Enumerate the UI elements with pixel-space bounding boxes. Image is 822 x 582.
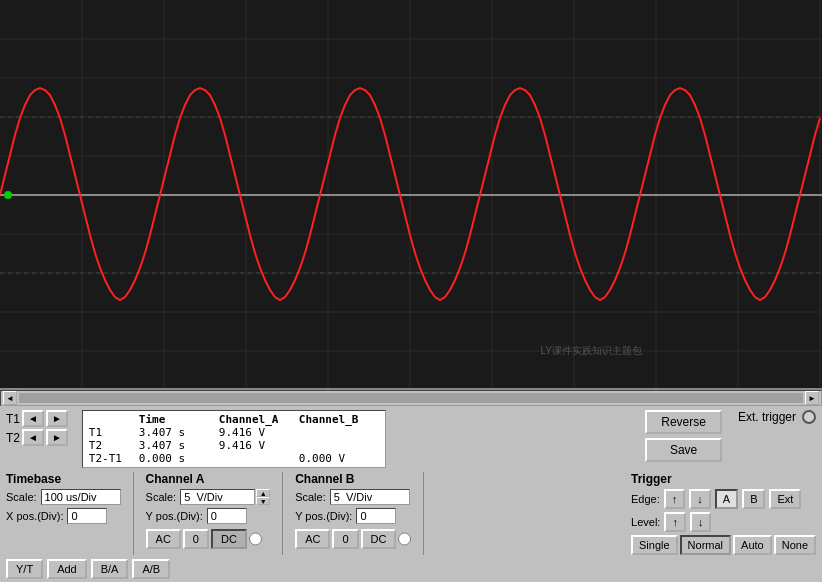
channel-b-dc-btn[interactable]: DC [361, 529, 397, 549]
channel-a-ac-btn[interactable]: AC [146, 529, 181, 549]
meas-t2t1-chb: 0.000 V [299, 452, 379, 465]
trigger-label: Trigger [631, 472, 816, 486]
divider-2 [282, 472, 283, 555]
trigger-group: Trigger Edge: ↑ ↓ A B Ext Level: ↑ ↓ Sin… [631, 472, 816, 555]
trigger-auto-btn[interactable]: Auto [733, 535, 772, 555]
ext-trigger-area: Ext. trigger [738, 410, 816, 424]
t2-label: T2 [6, 431, 20, 445]
meas-t2t1-cha [219, 452, 299, 465]
meas-col-chb: Channel_B [299, 413, 379, 426]
channel-a-group: Channel A Scale: ▲ ▼ Y pos.(Div): AC 0 [146, 472, 271, 549]
channel-a-zero-btn[interactable]: 0 [183, 529, 209, 549]
save-button[interactable]: Save [645, 438, 722, 462]
channel-b-ypos-label: Y pos.(Div): [295, 510, 352, 522]
channel-a-ypos-label: Y pos.(Div): [146, 510, 203, 522]
timebase-xpos-input[interactable] [67, 508, 107, 524]
mode-yt-btn[interactable]: Y/T [6, 559, 43, 579]
channel-a-scale-row: Scale: ▲ ▼ [146, 489, 271, 505]
meas-t2-cha: 9.416 V [219, 439, 299, 452]
trigger-normal-btn[interactable]: Normal [680, 535, 731, 555]
channel-b-label: Channel B [295, 472, 411, 486]
trigger-edge-row: Edge: ↑ ↓ A B Ext [631, 489, 816, 509]
meas-t2-label: T2 [89, 439, 139, 452]
channel-b-ypos-input[interactable] [356, 508, 396, 524]
meas-col-cha: Channel_A [219, 413, 299, 426]
oscilloscope-display: LY课件实践知识主题包 [0, 0, 822, 390]
channel-a-scale-input[interactable] [180, 489, 255, 505]
timebase-xpos-row: X pos.(Div): [6, 508, 121, 524]
scroll-right-btn[interactable]: ► [805, 391, 819, 405]
mode-ab-btn[interactable]: A/B [132, 559, 170, 579]
trigger-none-btn[interactable]: None [774, 535, 816, 555]
scroll-track[interactable] [19, 393, 803, 403]
ext-trigger-label: Ext. trigger [738, 410, 796, 424]
channel-b-coupling: AC 0 DC [295, 529, 411, 549]
divider-1 [133, 472, 134, 555]
meas-col-time: Time [139, 413, 219, 426]
t1-t2-controls: T1 ◄ ► T2 ◄ ► [6, 410, 68, 446]
reverse-button[interactable]: Reverse [645, 410, 722, 434]
channel-a-ypos-row: Y pos.(Div): [146, 508, 271, 524]
channel-a-scale-label: Scale: [146, 491, 177, 503]
trigger-level-label: Level: [631, 516, 660, 528]
channel-a-radio[interactable] [249, 529, 262, 549]
t2-right-btn[interactable]: ► [46, 429, 68, 446]
timebase-scale-label: Scale: [6, 491, 37, 503]
channel-b-zero-btn[interactable]: 0 [332, 529, 358, 549]
divider-3 [423, 472, 424, 555]
meas-t2t1-time: 0.000 s [139, 452, 219, 465]
meas-t2t1-row: T2-T1 0.000 s 0.000 V [89, 452, 379, 465]
reverse-save-box: Reverse Save [645, 410, 722, 462]
trigger-level-up-btn[interactable]: ↑ [664, 512, 686, 532]
channel-b-ypos-row: Y pos.(Div): [295, 508, 411, 524]
channel-a-scale-down[interactable]: ▼ [256, 497, 270, 505]
channel-a-scale-buttons: ▲ ▼ [256, 489, 270, 505]
channel-b-scale-row: Scale: [295, 489, 411, 505]
mode-ba-btn[interactable]: B/A [91, 559, 129, 579]
trigger-single-btn[interactable]: Single [631, 535, 678, 555]
meas-t1-row: T1 3.407 s 9.416 V [89, 426, 379, 439]
bottom-mode-row: Y/T Add B/A A/B [6, 559, 816, 579]
svg-point-24 [4, 191, 12, 199]
channel-b-scale-input[interactable] [330, 489, 410, 505]
timebase-group: Timebase Scale: X pos.(Div): [6, 472, 121, 524]
channel-a-ypos-input[interactable] [207, 508, 247, 524]
timebase-xpos-label: X pos.(Div): [6, 510, 63, 522]
ext-trigger-row: Ext. trigger [738, 410, 816, 424]
channel-a-coupling: AC 0 DC [146, 529, 271, 549]
channel-a-scale-up[interactable]: ▲ [256, 489, 270, 497]
trigger-edge-rising-btn[interactable]: ↑ [664, 489, 686, 509]
grid-svg [0, 0, 822, 388]
channel-a-scale-spinner: ▲ ▼ [180, 489, 270, 505]
trigger-edge-falling-btn[interactable]: ↓ [689, 489, 711, 509]
measurements-box: Time Channel_A Channel_B T1 3.407 s 9.41… [82, 410, 386, 468]
channel-a-dc-btn[interactable]: DC [211, 529, 247, 549]
scroll-area[interactable]: ◄ ► [0, 390, 822, 406]
t2-left-btn[interactable]: ◄ [22, 429, 44, 446]
control-panel: T1 ◄ ► T2 ◄ ► Time Channel_A Channel_B T… [0, 406, 822, 582]
trigger-source-a-btn[interactable]: A [715, 489, 738, 509]
t1-left-btn[interactable]: ◄ [22, 410, 44, 427]
t1-right-btn[interactable]: ► [46, 410, 68, 427]
meas-t2t1-label: T2-T1 [89, 452, 139, 465]
channel-b-group: Channel B Scale: Y pos.(Div): AC 0 DC [295, 472, 411, 549]
mode-add-btn[interactable]: Add [47, 559, 87, 579]
trigger-source-b-btn[interactable]: B [742, 489, 765, 509]
meas-t2-row: T2 3.407 s 9.416 V [89, 439, 379, 452]
trigger-edge-label: Edge: [631, 493, 660, 505]
meas-header: Time Channel_A Channel_B [89, 413, 379, 426]
channel-a-label: Channel A [146, 472, 271, 486]
ext-trigger-indicator [802, 410, 816, 424]
meas-t1-cha: 9.416 V [219, 426, 299, 439]
trigger-level-down-btn[interactable]: ↓ [690, 512, 712, 532]
channel-b-ac-btn[interactable]: AC [295, 529, 330, 549]
svg-rect-0 [0, 0, 822, 388]
trigger-source-ext-btn[interactable]: Ext [769, 489, 801, 509]
channel-b-scale-label: Scale: [295, 491, 326, 503]
meas-col0 [89, 413, 139, 426]
timebase-scale-input[interactable] [41, 489, 121, 505]
timebase-label: Timebase [6, 472, 121, 486]
scroll-left-btn[interactable]: ◄ [3, 391, 17, 405]
meas-t1-label: T1 [89, 426, 139, 439]
channel-b-radio[interactable] [398, 529, 411, 549]
